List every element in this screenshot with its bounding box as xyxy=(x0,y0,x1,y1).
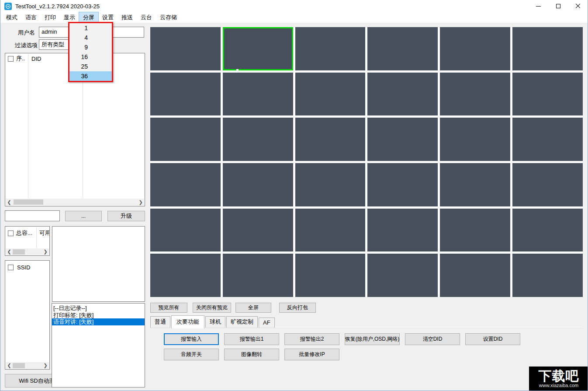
menu-item-print[interactable]: 打印 xyxy=(41,12,60,23)
batch-modify-ip-button[interactable]: 批量修改IP xyxy=(284,349,339,360)
menu-item-mode[interactable]: 模式 xyxy=(2,12,21,23)
clear-did-button[interactable]: 清空DID xyxy=(405,333,460,345)
scroll-thumb[interactable] xyxy=(13,363,25,368)
column-free[interactable]: 可用 xyxy=(39,229,49,237)
video-cell-r2c5[interactable] xyxy=(512,118,583,161)
video-cell-r1c4[interactable] xyxy=(440,73,510,116)
set-did-button[interactable]: 设置DID xyxy=(465,333,520,345)
scroll-left-icon[interactable]: ❮ xyxy=(6,199,13,206)
capacity-checkbox[interactable] xyxy=(8,230,14,236)
video-cell-r1c0[interactable] xyxy=(150,73,221,116)
video-cell-r3c3[interactable] xyxy=(367,163,438,206)
video-cell-r4c2[interactable] xyxy=(295,209,366,252)
video-cell-r2c1[interactable] xyxy=(223,118,293,161)
reverse-package-button[interactable]: 反向打包 xyxy=(279,303,316,313)
menu-item-push[interactable]: 推送 xyxy=(118,12,137,23)
video-cell-r0c4[interactable] xyxy=(440,27,510,70)
fullscreen-button[interactable]: 全屏 xyxy=(235,303,271,313)
split-option-16[interactable]: 16 xyxy=(69,52,112,62)
scroll-left-icon[interactable]: ❮ xyxy=(6,362,13,369)
device-list-hscrollbar[interactable]: ❮ ❯ xyxy=(6,199,144,206)
video-cell-r5c5[interactable] xyxy=(512,254,583,297)
video-cell-r5c1[interactable] xyxy=(223,254,293,297)
alarm-output-2-button[interactable]: 报警输出2 xyxy=(284,333,339,345)
video-cell-r5c4[interactable] xyxy=(440,254,510,297)
video-cell-r5c2[interactable] xyxy=(295,254,366,297)
scroll-right-icon[interactable]: ❯ xyxy=(42,248,49,255)
tab-secondary-functions[interactable]: 次要功能 xyxy=(171,315,204,328)
capacity-hscrollbar[interactable]: ❮ ❯ xyxy=(6,248,49,255)
capacity-panel[interactable]: 总容... 可用 ❮ ❯ xyxy=(5,226,50,256)
menu-item-cloud-storage[interactable]: 云存储 xyxy=(156,12,181,23)
video-cell-r3c4[interactable] xyxy=(440,163,510,206)
close-button[interactable] xyxy=(568,0,588,12)
minimize-button[interactable] xyxy=(529,0,548,12)
restore-except-user-osd-network-button[interactable]: 恢复(除用户,OSD,网络) xyxy=(345,333,400,345)
ssid-checkbox[interactable] xyxy=(8,265,14,270)
scroll-left-icon[interactable]: ❮ xyxy=(6,248,13,255)
video-cell-r3c1[interactable] xyxy=(223,163,293,206)
image-flip-button[interactable]: 图像翻转 xyxy=(224,349,279,360)
menu-item-display[interactable]: 显示 xyxy=(60,12,79,23)
video-cell-r0c5[interactable] xyxy=(512,27,583,70)
video-cell-r0c0[interactable] xyxy=(150,27,221,70)
video-cell-r3c0[interactable] xyxy=(150,163,221,206)
tab-af[interactable]: AF xyxy=(259,318,275,328)
video-cell-r4c5[interactable] xyxy=(512,209,583,252)
video-cell-r2c3[interactable] xyxy=(367,118,438,161)
upgrade-path-input[interactable] xyxy=(5,210,60,221)
scroll-right-icon[interactable]: ❯ xyxy=(137,199,144,206)
split-option-36[interactable]: 36 xyxy=(69,71,112,81)
video-cell-r4c4[interactable] xyxy=(440,209,510,252)
tab-kuangshi-custom[interactable]: 旷视定制 xyxy=(226,316,258,328)
video-cell-r1c1[interactable] xyxy=(223,73,293,116)
tab-normal[interactable]: 普通 xyxy=(150,316,170,328)
video-cell-r4c0[interactable] xyxy=(150,209,221,252)
scroll-right-icon[interactable]: ❯ xyxy=(42,362,49,369)
select-all-checkbox[interactable] xyxy=(8,56,14,62)
menu-item-settings[interactable]: 设置 xyxy=(98,12,118,23)
alarm-input-button[interactable]: 报警输入 xyxy=(164,333,219,345)
video-cell-r0c3[interactable] xyxy=(367,27,438,70)
video-cell-r2c0[interactable] xyxy=(150,118,221,161)
video-cell-r3c5[interactable] xyxy=(512,163,583,206)
ssid-hscrollbar[interactable]: ❮ ❯ xyxy=(6,362,49,369)
column-did[interactable]: DID xyxy=(31,56,41,62)
close-all-previews-button[interactable]: 关闭所有预览 xyxy=(193,303,231,313)
menu-item-ptz[interactable]: 云台 xyxy=(137,12,156,23)
video-cell-r1c5[interactable] xyxy=(512,73,583,116)
column-seq[interactable]: 序.. xyxy=(16,55,25,63)
scroll-thumb[interactable] xyxy=(13,249,25,255)
video-cell-r0c1[interactable] xyxy=(223,27,293,70)
video-cell-r2c2[interactable] xyxy=(295,118,366,161)
log-panel[interactable]: [--日志记录--]打印标签: [失败]语音对讲: [失败] xyxy=(52,303,145,388)
video-cell-r2c4[interactable] xyxy=(440,118,510,161)
video-cell-r1c3[interactable] xyxy=(367,73,438,116)
split-option-1[interactable]: 1 xyxy=(69,23,112,33)
ssid-panel[interactable]: SSID ❮ ❯ xyxy=(5,260,50,370)
detail-list[interactable] xyxy=(52,226,145,302)
split-option-25[interactable]: 25 xyxy=(69,62,112,71)
maximize-button[interactable] xyxy=(548,0,568,12)
menu-item-split-screen[interactable]: 分屏 xyxy=(79,12,98,23)
video-cell-r0c2[interactable] xyxy=(295,27,366,70)
video-cell-r1c2[interactable] xyxy=(295,73,366,116)
video-cell-r3c2[interactable] xyxy=(295,163,366,206)
tab-dome-camera[interactable]: 球机 xyxy=(205,316,225,328)
upgrade-button[interactable]: 升级 xyxy=(107,211,145,221)
column-total-capacity[interactable]: 总容... xyxy=(16,229,32,237)
split-option-4[interactable]: 4 xyxy=(69,33,112,42)
log-line-2[interactable]: 语音对讲: [失败] xyxy=(52,318,145,325)
video-cell-r4c3[interactable] xyxy=(367,209,438,252)
log-line-1[interactable]: 打印标签: [失败] xyxy=(52,312,145,319)
browse-button[interactable]: ... xyxy=(65,211,102,221)
menu-item-language[interactable]: 语言 xyxy=(21,12,41,23)
ssid-label[interactable]: SSID xyxy=(17,264,30,271)
split-option-9[interactable]: 9 xyxy=(69,42,112,52)
log-line-0[interactable]: [--日志记录--] xyxy=(52,305,145,312)
video-cell-r5c0[interactable] xyxy=(150,254,221,297)
video-cell-r5c3[interactable] xyxy=(367,254,438,297)
scroll-thumb[interactable] xyxy=(14,199,43,205)
video-cell-r4c1[interactable] xyxy=(223,209,293,252)
preview-all-button[interactable]: 预览所有 xyxy=(150,303,187,313)
